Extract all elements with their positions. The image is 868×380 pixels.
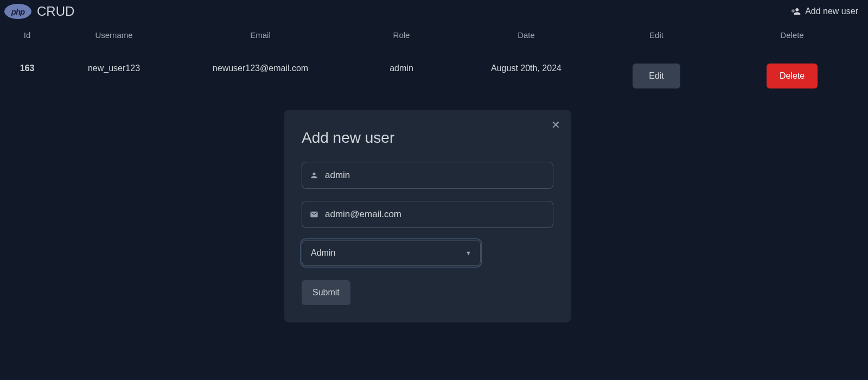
- col-header-edit: Edit: [597, 23, 716, 47]
- topbar: php CRUD Add new user: [0, 0, 868, 23]
- cell-delete: Delete: [716, 47, 868, 105]
- col-header-username: Username: [54, 23, 174, 47]
- role-select[interactable]: Admin ▼: [302, 240, 481, 266]
- php-logo-icon: php: [4, 4, 31, 19]
- delete-button[interactable]: Delete: [767, 64, 818, 88]
- col-header-delete: Delete: [716, 23, 868, 47]
- email-input[interactable]: [325, 209, 545, 220]
- topbar-left: php CRUD: [4, 4, 74, 19]
- user-icon: [310, 171, 318, 180]
- modal-title: Add new user: [302, 129, 553, 147]
- username-input-group[interactable]: [302, 162, 553, 189]
- col-header-date: Date: [456, 23, 597, 47]
- envelope-icon: [310, 210, 318, 219]
- submit-button[interactable]: Submit: [302, 280, 350, 305]
- cell-username: new_user123: [54, 47, 174, 105]
- cell-date: August 20th, 2024: [456, 47, 597, 105]
- cell-email: newuser123@email.com: [174, 47, 347, 105]
- edit-button[interactable]: Edit: [633, 64, 680, 88]
- email-input-group[interactable]: [302, 201, 553, 228]
- username-input[interactable]: [325, 170, 545, 181]
- col-header-role: Role: [347, 23, 456, 47]
- caret-down-icon: ▼: [465, 250, 471, 256]
- cell-edit: Edit: [597, 47, 716, 105]
- users-table: Id Username Email Role Date Edit Delete …: [0, 23, 868, 105]
- add-user-modal: ✕ Add new user Admin ▼ Submit: [284, 110, 571, 322]
- close-icon: ✕: [551, 119, 560, 131]
- add-new-user-label: Add new user: [805, 7, 858, 16]
- role-select-value: Admin: [311, 248, 335, 258]
- cell-id: 163: [0, 47, 54, 105]
- brand-title: CRUD: [37, 4, 74, 19]
- cell-role: admin: [347, 47, 456, 105]
- modal-close-button[interactable]: ✕: [550, 119, 561, 130]
- add-new-user-button[interactable]: Add new user: [786, 3, 864, 20]
- col-header-id: Id: [0, 23, 54, 47]
- col-header-email: Email: [174, 23, 347, 47]
- user-plus-icon: [791, 7, 801, 16]
